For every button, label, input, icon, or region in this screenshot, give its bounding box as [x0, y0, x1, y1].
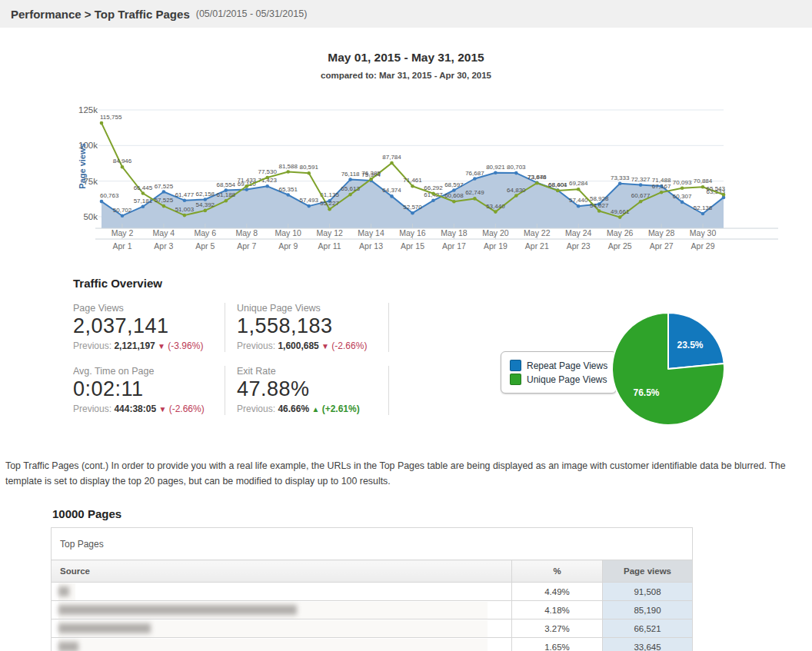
column-header-source[interactable]: Source [52, 560, 512, 583]
blurred-url [58, 586, 69, 596]
data-point[interactable] [577, 188, 581, 191]
data-point[interactable] [639, 200, 643, 204]
x-tick-primary: May 24 [565, 228, 592, 237]
x-tick-primary: May 12 [316, 228, 343, 237]
data-point[interactable] [681, 201, 684, 204]
data-point[interactable] [452, 188, 456, 192]
data-point[interactable] [369, 178, 373, 181]
data-point[interactable] [390, 194, 394, 198]
previous-label: Previous: [237, 340, 275, 351]
source-cell[interactable] [52, 601, 512, 619]
source-cell[interactable] [52, 619, 512, 638]
x-tick-secondary: Apr 15 [401, 241, 424, 251]
x-tick-primary: May 14 [358, 228, 384, 237]
data-point[interactable] [411, 184, 414, 188]
column-header-page-views[interactable]: Page views [603, 560, 693, 583]
data-point[interactable] [328, 208, 331, 211]
table-row: 4.49%91,508 [52, 583, 693, 601]
data-point[interactable] [473, 177, 477, 181]
data-point-label: 60,608 [444, 192, 464, 199]
data-point[interactable] [597, 209, 601, 213]
x-tick-primary: May 28 [648, 228, 675, 237]
x-tick-secondary: Apr 13 [359, 241, 383, 251]
data-point[interactable] [681, 187, 684, 191]
legend-item-repeat-page-views[interactable]: Repeat Page Views [510, 360, 607, 371]
data-point-label: 68,404 [548, 181, 567, 188]
blurred-url [58, 642, 78, 651]
page-views-cell: 66,521 [603, 619, 693, 638]
data-point[interactable] [245, 184, 249, 188]
data-point[interactable] [307, 171, 311, 175]
data-point-label: 61,477 [175, 191, 195, 198]
data-point-label: 51,003 [175, 206, 195, 213]
data-point[interactable] [100, 200, 104, 204]
percent-cell: 3.27% [512, 619, 603, 638]
delta-percent: (-3.96%) [168, 340, 203, 351]
metric-divider [225, 303, 225, 352]
source-cell[interactable] [52, 583, 512, 601]
data-point[interactable] [701, 212, 705, 216]
legend-item-unique-page-views[interactable]: Unique Page Views [510, 374, 607, 385]
data-point[interactable] [390, 161, 394, 165]
data-point[interactable] [494, 210, 498, 214]
data-point[interactable] [162, 190, 166, 194]
header-date-range: (05/01/2015 - 05/31/2015) [196, 8, 308, 19]
page-views-pie-chart: 23.5%76.5% [602, 304, 734, 437]
data-point[interactable] [286, 170, 290, 174]
data-point[interactable] [162, 204, 166, 208]
data-point[interactable] [265, 184, 269, 188]
data-point[interactable] [514, 171, 518, 175]
data-point[interactable] [348, 193, 352, 197]
data-point[interactable] [431, 192, 435, 196]
pie-legend: Repeat Page Views Unique Page Views [501, 351, 617, 394]
x-tick-secondary: Apr 19 [484, 241, 508, 251]
data-point[interactable] [265, 176, 269, 180]
data-point[interactable] [577, 204, 581, 208]
data-point-label: 71,461 [403, 177, 422, 184]
metric-exit-rate: Exit Rate 47.88% Previous: 46.66% ▲ (+2.… [237, 366, 383, 414]
table-caption: Top Pages [52, 528, 693, 560]
data-point[interactable] [494, 171, 498, 174]
data-point[interactable] [225, 199, 228, 203]
data-point[interactable] [204, 209, 208, 213]
legend-label: Repeat Page Views [527, 360, 607, 371]
data-point[interactable] [535, 181, 539, 185]
data-point-label: 84,946 [113, 158, 132, 164]
blurred-url [58, 605, 297, 615]
data-point[interactable] [141, 204, 145, 208]
data-point[interactable] [514, 194, 518, 198]
data-point[interactable] [100, 121, 104, 125]
metric-page-views: Page Views 2,037,141 Previous: 2,121,197… [73, 303, 219, 351]
data-point[interactable] [618, 215, 622, 219]
chart-subtitle: compared to: Mar 31, 2015 - Apr 30, 2015 [0, 71, 812, 80]
data-point[interactable] [348, 178, 352, 181]
source-cell[interactable] [52, 638, 512, 651]
data-point[interactable] [183, 198, 187, 202]
data-point[interactable] [722, 193, 726, 197]
data-point[interactable] [660, 191, 664, 194]
x-tick-secondary: Apr 11 [318, 241, 341, 251]
data-point[interactable] [701, 185, 705, 189]
data-point[interactable] [452, 200, 456, 204]
data-point[interactable] [618, 182, 622, 186]
data-point[interactable] [431, 199, 435, 203]
breadcrumb[interactable]: Performance > Top Traffic Pages [11, 8, 190, 21]
data-point[interactable] [121, 165, 125, 169]
data-point[interactable] [639, 183, 643, 187]
data-point[interactable] [141, 191, 145, 195]
percent-cell: 4.49% [512, 583, 603, 601]
data-point[interactable] [556, 189, 560, 193]
data-point[interactable] [183, 214, 187, 218]
data-point[interactable] [411, 211, 414, 215]
data-point[interactable] [286, 193, 290, 197]
data-point[interactable] [307, 204, 311, 208]
data-point-label: 80,921 [486, 164, 505, 171]
column-header-percent[interactable]: % [512, 560, 603, 583]
data-point[interactable] [245, 188, 249, 191]
page-views-line-chart: 125k100k75k50kPage viewsMay 2Apr 1May 4A… [0, 97, 812, 262]
data-point-label: 50,702 [113, 207, 132, 214]
data-point[interactable] [121, 214, 125, 218]
top-pages-table: Top Pages Source % Page views 4.49%91,50… [51, 527, 693, 651]
blurred-source-image [58, 620, 488, 637]
data-point[interactable] [473, 197, 477, 201]
